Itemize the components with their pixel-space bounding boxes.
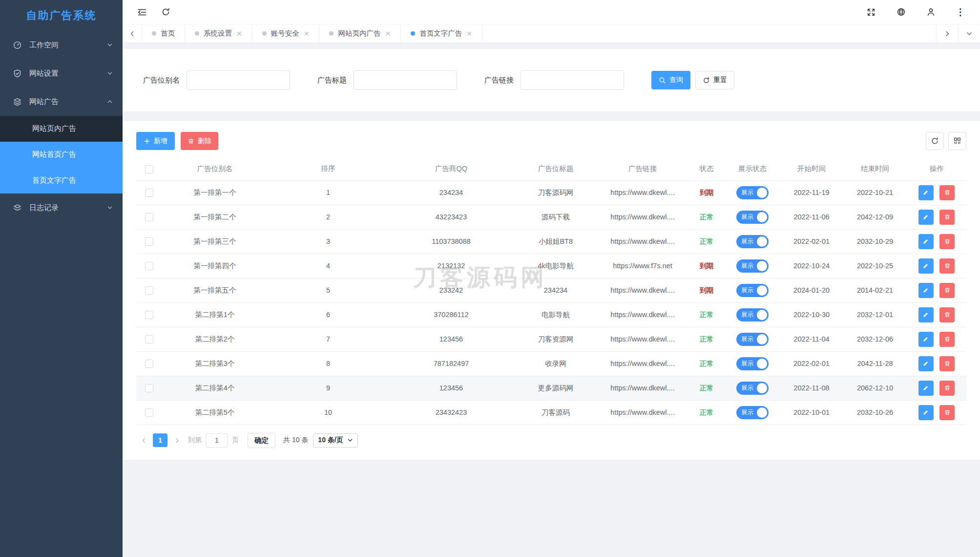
- reset-button[interactable]: 重置: [695, 71, 734, 89]
- delete-row-button[interactable]: [939, 185, 955, 200]
- delete-row-button[interactable]: [939, 234, 955, 249]
- sidebar-item-site-ads[interactable]: 网站广告: [0, 87, 123, 116]
- user-menu-button[interactable]: [922, 3, 939, 21]
- tab-close-icon[interactable]: ✕: [304, 30, 310, 37]
- select-all-checkbox[interactable]: [145, 165, 153, 173]
- cell-ad-title: 源码下载: [514, 205, 597, 229]
- collapse-sidebar-button[interactable]: [133, 3, 151, 21]
- toggle-label: 展示: [741, 360, 753, 368]
- row-checkbox[interactable]: [145, 311, 153, 319]
- display-toggle[interactable]: 展示: [736, 357, 769, 370]
- delete-row-button[interactable]: [939, 356, 955, 371]
- display-toggle[interactable]: 展示: [736, 235, 769, 248]
- row-checkbox[interactable]: [145, 189, 153, 197]
- sidebar-item-inpage-ads[interactable]: 网站页内广告: [0, 116, 123, 142]
- pagination: 1 到第 页 确定 共 10 条 10 条/页: [136, 433, 966, 448]
- display-toggle[interactable]: 展示: [736, 308, 769, 321]
- edit-row-button[interactable]: [918, 381, 934, 396]
- tab-close-icon[interactable]: ✕: [236, 30, 242, 37]
- fullscreen-icon: [867, 8, 876, 17]
- next-page-button[interactable]: [169, 433, 184, 447]
- ad-title-input[interactable]: [354, 70, 457, 90]
- display-toggle[interactable]: 展示: [736, 333, 769, 346]
- display-toggle[interactable]: 展示: [736, 211, 769, 224]
- sidebar-item-workspace[interactable]: 工作空间: [0, 31, 123, 59]
- cell-ad-title: 刀客源码: [514, 400, 597, 425]
- edit-row-button[interactable]: [918, 307, 934, 322]
- cell-sort: 8: [268, 351, 388, 376]
- tab-inpage-ads[interactable]: 网站页内广告 ✕: [319, 24, 401, 43]
- dashboard-icon: [13, 41, 22, 50]
- sidebar-item-site-settings[interactable]: 网站设置: [0, 59, 123, 87]
- delete-row-button[interactable]: [939, 405, 955, 420]
- delete-row-button[interactable]: [939, 332, 955, 347]
- row-checkbox[interactable]: [145, 360, 153, 368]
- row-checkbox[interactable]: [145, 335, 153, 343]
- display-toggle[interactable]: 展示: [736, 406, 769, 419]
- delete-row-button[interactable]: [939, 381, 955, 396]
- tab-home[interactable]: 首页: [142, 24, 185, 43]
- ad-alias-input[interactable]: [187, 70, 290, 90]
- delete-row-button[interactable]: [939, 307, 955, 322]
- delete-row-button[interactable]: [939, 258, 955, 274]
- display-toggle[interactable]: 展示: [736, 186, 769, 199]
- edit-row-button[interactable]: [918, 405, 934, 420]
- tab-close-icon[interactable]: ✕: [466, 30, 472, 37]
- row-checkbox[interactable]: [145, 286, 153, 295]
- fullscreen-button[interactable]: [862, 3, 880, 21]
- cell-status: 正常: [688, 229, 725, 254]
- cell-start-time: 2022-02-01: [780, 229, 843, 254]
- display-toggle[interactable]: 展示: [736, 382, 769, 395]
- display-toggle[interactable]: 展示: [736, 284, 769, 297]
- query-button[interactable]: 查询: [651, 71, 690, 89]
- edit-row-button[interactable]: [918, 234, 934, 249]
- ad-link-input[interactable]: [521, 70, 624, 90]
- delete-row-button[interactable]: [939, 283, 955, 298]
- chevron-down-icon: [966, 30, 973, 37]
- query-button-label: 查询: [669, 76, 683, 85]
- page-number-1[interactable]: 1: [153, 433, 167, 447]
- trash-icon: [944, 385, 951, 391]
- tab-close-icon[interactable]: ✕: [385, 30, 391, 37]
- edit-row-button[interactable]: [918, 332, 934, 347]
- page-size-select[interactable]: 10 条/页: [313, 433, 357, 448]
- sidebar-item-home-text-ads[interactable]: 首页文字广告: [0, 168, 123, 193]
- edit-row-button[interactable]: [918, 356, 934, 371]
- add-button[interactable]: 新增: [136, 132, 175, 150]
- tabs-dropdown-button[interactable]: [958, 24, 980, 43]
- tab-system-settings[interactable]: 系统设置 ✕: [185, 24, 252, 43]
- app-title: 自助广告系统: [0, 0, 123, 31]
- edit-row-button[interactable]: [918, 210, 934, 225]
- tabs-scroll-right-button[interactable]: [936, 24, 958, 43]
- row-checkbox[interactable]: [145, 384, 153, 392]
- refresh-icon: [161, 7, 170, 17]
- edit-row-button[interactable]: [918, 283, 934, 298]
- tab-account-security[interactable]: 账号安全 ✕: [252, 24, 320, 43]
- delete-button[interactable]: 删除: [181, 132, 218, 150]
- row-checkbox[interactable]: [145, 262, 153, 270]
- edit-row-button[interactable]: [918, 185, 934, 200]
- refresh-table-button[interactable]: [926, 132, 944, 150]
- row-checkbox[interactable]: [145, 213, 153, 221]
- cell-status: 正常: [688, 302, 725, 327]
- row-checkbox[interactable]: [145, 237, 153, 246]
- sidebar-item-logs[interactable]: 日志记录: [0, 193, 123, 222]
- language-button[interactable]: [892, 3, 910, 21]
- tabs-scroll-left-button[interactable]: [123, 24, 142, 43]
- sidebar-item-homepage-ads[interactable]: 网站首页广告: [0, 142, 123, 168]
- edit-row-button[interactable]: [918, 258, 934, 274]
- trash-icon: [944, 262, 951, 269]
- prev-page-button[interactable]: [136, 433, 151, 447]
- field-label: 广告位别名: [143, 76, 180, 85]
- column-settings-button[interactable]: [948, 132, 966, 150]
- display-toggle[interactable]: 展示: [736, 259, 769, 273]
- goto-confirm-button[interactable]: 确定: [248, 433, 275, 448]
- more-menu-button[interactable]: ⋮: [952, 3, 969, 21]
- sidebar-item-label: 网站广告: [29, 97, 100, 107]
- row-checkbox[interactable]: [145, 408, 153, 417]
- refresh-page-button[interactable]: [157, 3, 174, 21]
- tab-label: 账号安全: [271, 29, 299, 38]
- delete-row-button[interactable]: [939, 210, 955, 225]
- tab-home-text-ads[interactable]: 首页文字广告 ✕: [401, 24, 482, 43]
- goto-page-input[interactable]: [206, 433, 228, 448]
